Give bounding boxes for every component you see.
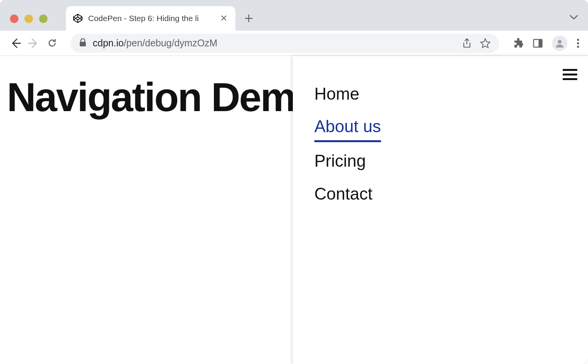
svg-rect-2	[539, 39, 542, 47]
window-minimize-button[interactable]	[25, 15, 33, 23]
reload-button[interactable]	[45, 36, 59, 50]
forward-button[interactable]	[27, 36, 41, 50]
nav-link-contact[interactable]: Contact	[314, 177, 373, 210]
page-viewport: Navigation Demo Home About us Pricing Co…	[0, 56, 588, 364]
new-tab-button[interactable]	[244, 13, 254, 25]
tab-close-button[interactable]	[219, 13, 228, 24]
nav-link-pricing[interactable]: Pricing	[314, 144, 366, 177]
bookmark-star-icon[interactable]	[480, 38, 491, 49]
extensions-icon[interactable]	[513, 38, 524, 49]
navigation-panel: Home About us Pricing Contact	[293, 56, 588, 364]
profile-avatar-button[interactable]	[552, 36, 567, 51]
browser-menu-icon[interactable]	[577, 38, 580, 49]
back-button[interactable]	[8, 36, 22, 50]
svg-point-3	[558, 40, 562, 44]
window-maximize-button[interactable]	[39, 15, 48, 23]
address-bar[interactable]: cdpn.io/pen/debug/dymzOzM	[71, 34, 499, 53]
svg-point-4	[577, 39, 579, 41]
nav-links-list: Home About us Pricing Contact	[293, 56, 588, 210]
codepen-favicon-icon	[73, 13, 83, 23]
hamburger-menu-button[interactable]	[563, 69, 577, 80]
tab-title: CodePen - Step 6: Hiding the li	[88, 14, 214, 23]
lock-icon	[79, 38, 87, 49]
url-text: cdpn.io/pen/debug/dymzOzM	[93, 38, 456, 49]
browser-toolbar: cdpn.io/pen/debug/dymzOzM	[0, 31, 588, 56]
share-icon[interactable]	[462, 38, 471, 49]
nav-link-about-us[interactable]: About us	[314, 110, 381, 142]
svg-point-6	[577, 46, 579, 48]
window-controls	[10, 15, 48, 23]
browser-tab-active[interactable]: CodePen - Step 6: Hiding the li	[66, 6, 235, 31]
side-panel-icon[interactable]	[533, 38, 543, 48]
nav-link-home[interactable]: Home	[314, 77, 359, 110]
svg-point-5	[577, 42, 579, 44]
window-close-button[interactable]	[10, 15, 18, 23]
tab-list-dropdown-button[interactable]	[569, 14, 579, 21]
browser-tab-strip: CodePen - Step 6: Hiding the li	[0, 0, 588, 31]
svg-rect-0	[80, 42, 86, 46]
